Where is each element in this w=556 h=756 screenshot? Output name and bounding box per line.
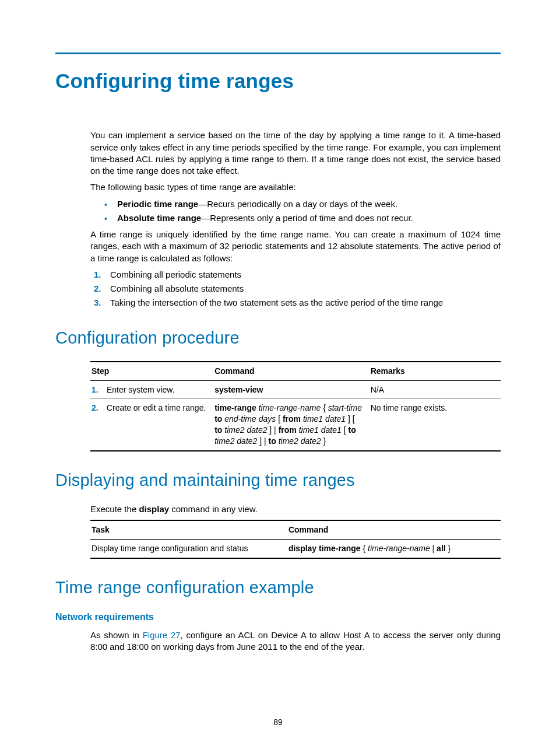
display-maintain-paragraph: Execute the display command in any view. [90,503,501,515]
cmd-arg: time1 date1 [301,414,348,424]
remarks-text: No time range exists. [370,399,501,451]
page-title: Configuring time ranges [55,67,501,94]
step-number: 2. [92,402,104,414]
intro-paragraph-1: You can implement a service based on the… [90,130,501,177]
cmd-arg: time1 date1 [297,425,344,435]
col-step: Step [90,362,213,380]
network-requirements-heading: Network requirements [55,611,501,624]
list-item: 2.Combining all absolute statements [94,283,501,295]
step-number: 1. [94,269,101,281]
command-cell: display time-range { time-range-name | a… [287,540,501,558]
text: Execute the [90,504,139,514]
cmd-arg: time2 date2 [222,425,269,435]
cmd-arg: time2 date2 [276,436,323,446]
cmd-text: } [446,544,451,553]
table-row: 1. Enter system view. system-view N/A [90,380,501,399]
type-list: Periodic time range—Recurs periodically … [104,198,501,225]
page-number: 89 [0,717,556,728]
cmd-text: | [430,544,437,553]
text: command in any view. [169,504,258,514]
col-remarks: Remarks [370,362,501,380]
cmd-text: { [323,403,328,412]
display-maintain-section: Execute the display command in any view.… [90,503,501,559]
step-number: 1. [92,384,104,396]
cmd-text: [ [278,414,283,424]
remarks-text: N/A [370,380,501,399]
command-text: system-view [214,385,263,394]
cmd-keyword: display time-range [288,544,361,553]
term: Absolute time range [117,213,201,223]
col-command: Command [213,362,370,380]
list-item: Absolute time range—Represents only a pe… [104,212,501,224]
config-procedure-table: Step Command Remarks 1. Enter system vie… [90,361,501,452]
step-number: 2. [94,283,101,295]
list-item: Periodic time range—Recurs periodically … [104,198,501,210]
list-item: 3.Taking the intersection of the two sta… [94,297,501,309]
desc: —Represents only a period of time and do… [201,213,413,223]
cmd-keyword: to [214,414,222,424]
cmd-text: ] | [269,425,278,435]
cmd-text: ] [ [348,414,355,424]
intro-section: You can implement a service based on the… [90,130,501,309]
list-item: 1.Combining all periodic statements [94,269,501,281]
col-task: Task [90,520,287,539]
example-section: As shown in Figure 27, configure an ACL … [90,629,501,653]
example-paragraph: As shown in Figure 27, configure an ACL … [90,629,501,653]
text-bold: display [139,504,169,514]
cmd-text: { [361,544,368,553]
figure-link[interactable]: Figure 27 [143,630,181,640]
cmd-keyword: to [214,425,222,435]
example-heading: Time range configuration example [55,576,501,599]
cmd-arg: start-time [328,403,362,412]
cmd-arg: time2 date2 [214,436,259,446]
cmd-keyword: time-range [214,403,256,412]
config-procedure-heading: Configuration procedure [55,327,501,349]
step-text: Enter system view. [107,385,175,394]
step-text: Create or edit a time range. [107,403,206,412]
cmd-arg: time-range-name [368,544,430,553]
cmd-keyword: to [269,436,276,446]
cmd-arg: time-range-name [256,403,323,412]
cmd-keyword: to [349,425,356,435]
cmd-text: ] | [259,436,268,446]
step-text: Combining all absolute statements [110,284,244,293]
display-maintain-heading: Displaying and maintaining time ranges [55,469,501,492]
term: Periodic time range [117,199,198,209]
cmd-keyword: all [437,544,446,553]
cmd-text: } [323,436,326,446]
cmd-keyword: from [283,414,301,424]
cmd-keyword: from [279,425,297,435]
cmd-arg: end-time days [222,414,278,424]
header-rule [55,52,501,54]
step-text: Combining all periodic statements [110,270,241,279]
step-number: 3. [94,297,101,309]
task-text: Display time range configuration and sta… [90,540,287,558]
intro-paragraph-2: The following basic types of time range … [90,181,501,193]
calculation-steps: 1.Combining all periodic statements 2.Co… [94,269,501,309]
text: As shown in [90,630,143,640]
table-row: 2. Create or edit a time range. time-ran… [90,399,501,451]
table-row: Display time range configuration and sta… [90,540,501,558]
display-table: Task Command Display time range configur… [90,520,501,559]
intro-paragraph-3: A time range is uniquely identified by t… [90,229,501,264]
config-procedure-section: Step Command Remarks 1. Enter system vie… [90,361,501,452]
command-cell: time-range time-range-name { start-time … [213,399,370,451]
step-text: Taking the intersection of the two state… [110,298,443,307]
col-command: Command [287,520,501,539]
desc: —Recurs periodically on a day or days of… [198,199,397,209]
cmd-text: [ [344,425,349,435]
